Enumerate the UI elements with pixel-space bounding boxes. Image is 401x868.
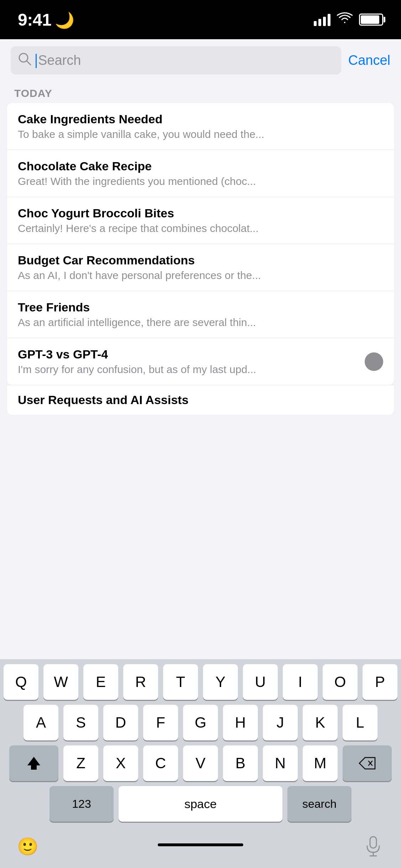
- signal-bar-4: [328, 14, 330, 26]
- status-icons: [314, 12, 383, 28]
- key-q[interactable]: Q: [4, 664, 38, 700]
- conversation-title: Tree Friends: [18, 300, 383, 314]
- key-h[interactable]: H: [223, 705, 258, 740]
- key-t[interactable]: T: [163, 664, 198, 700]
- conversation-list: Cake Ingredients Needed To bake a simple…: [7, 103, 394, 385]
- conversation-item[interactable]: Cake Ingredients Needed To bake a simple…: [7, 103, 394, 150]
- conversation-preview: Certainly! Here's a recipe that combines…: [18, 222, 383, 234]
- battery-fill: [361, 15, 379, 24]
- section-header: TODAY: [0, 82, 401, 103]
- key-i[interactable]: I: [283, 664, 318, 700]
- key-f[interactable]: F: [143, 705, 178, 740]
- key-w[interactable]: W: [43, 664, 78, 700]
- moon-icon: 🌙: [55, 11, 74, 30]
- key-z[interactable]: Z: [63, 745, 98, 781]
- conversation-preview: To bake a simple vanilla cake, you would…: [18, 128, 383, 140]
- key-m[interactable]: M: [303, 745, 338, 781]
- key-e[interactable]: E: [83, 664, 118, 700]
- delete-key[interactable]: [343, 745, 392, 781]
- partial-conversation-title: User Requests and AI Assists: [18, 393, 383, 407]
- key-p[interactable]: P: [363, 664, 397, 700]
- key-n[interactable]: N: [263, 745, 298, 781]
- search-icon: [18, 52, 31, 69]
- key-o[interactable]: O: [323, 664, 358, 700]
- svg-rect-5: [370, 837, 376, 848]
- keyboard-row-1: Q W E R T Y U I O P: [3, 664, 398, 700]
- key-j[interactable]: J: [263, 705, 298, 740]
- key-k[interactable]: K: [303, 705, 338, 740]
- svg-marker-2: [27, 757, 40, 770]
- key-s[interactable]: S: [63, 705, 98, 740]
- conversation-title: GPT-3 vs GPT-4: [18, 347, 383, 361]
- conversation-title: Choc Yogurt Broccoli Bites: [18, 206, 383, 220]
- search-input[interactable]: Search: [36, 53, 334, 68]
- keyboard-row-3: Z X C V B N M: [3, 745, 398, 781]
- keyboard: Q W E R T Y U I O P A S D F G H J K L Z …: [0, 659, 401, 868]
- cancel-button[interactable]: Cancel: [348, 53, 390, 68]
- status-bar: 9:41🌙: [0, 0, 401, 39]
- key-x[interactable]: X: [103, 745, 138, 781]
- key-l[interactable]: L: [343, 705, 377, 740]
- conversation-title: Chocolate Cake Recipe: [18, 159, 383, 173]
- conversation-item[interactable]: Tree Friends As an artificial intelligen…: [7, 291, 394, 338]
- search-bar-container[interactable]: Search: [11, 46, 341, 74]
- conversation-item[interactable]: Budget Car Recommendations As an AI, I d…: [7, 244, 394, 291]
- key-g[interactable]: G: [183, 705, 218, 740]
- key-u[interactable]: U: [243, 664, 278, 700]
- numbers-key[interactable]: 123: [50, 786, 114, 822]
- conversation-item[interactable]: GPT-3 vs GPT-4 I'm sorry for any confusi…: [7, 338, 394, 385]
- conversation-preview: As an artificial intelligence, there are…: [18, 316, 383, 329]
- search-area: Search Cancel: [0, 39, 401, 82]
- keyboard-row-2: A S D F G H J K L: [3, 705, 398, 740]
- text-cursor: [36, 54, 37, 68]
- key-v[interactable]: V: [183, 745, 218, 781]
- home-indicator: [158, 843, 243, 846]
- battery-icon: [359, 14, 383, 26]
- signal-bar-3: [323, 17, 326, 26]
- wifi-icon: [337, 12, 353, 28]
- conversation-item[interactable]: Chocolate Cake Recipe Great! With the in…: [7, 150, 394, 197]
- key-d[interactable]: D: [103, 705, 138, 740]
- status-time: 9:41🌙: [18, 10, 74, 30]
- partial-conversation-item[interactable]: User Requests and AI Assists: [7, 385, 394, 415]
- keyboard-bottom-row: 🙂: [3, 827, 398, 868]
- space-key[interactable]: space: [119, 786, 282, 822]
- signal-bar-2: [318, 19, 321, 26]
- key-b[interactable]: B: [223, 745, 258, 781]
- conversation-title: Cake Ingredients Needed: [18, 112, 383, 126]
- signal-bar-1: [314, 21, 317, 26]
- emoji-key[interactable]: 🙂: [14, 832, 42, 861]
- search-key[interactable]: search: [287, 786, 351, 822]
- microphone-key[interactable]: [359, 832, 387, 861]
- shift-key[interactable]: [9, 745, 58, 781]
- signal-bars: [314, 13, 330, 26]
- keyboard-row-4: 123 space search: [3, 786, 398, 822]
- conversation-item[interactable]: Choc Yogurt Broccoli Bites Certainly! He…: [7, 197, 394, 244]
- key-a[interactable]: A: [24, 705, 58, 740]
- conversation-preview: I'm sorry for any confusion, but as of m…: [18, 363, 383, 376]
- conversation-preview: As an AI, I don't have personal preferen…: [18, 269, 383, 281]
- key-r[interactable]: R: [123, 664, 158, 700]
- key-y[interactable]: Y: [203, 664, 238, 700]
- key-c[interactable]: C: [143, 745, 178, 781]
- svg-line-1: [27, 61, 31, 65]
- scroll-indicator: [365, 352, 383, 371]
- conversation-preview: Great! With the ingredients you mentione…: [18, 175, 383, 187]
- search-placeholder: Search: [38, 53, 81, 68]
- conversation-title: Budget Car Recommendations: [18, 253, 383, 267]
